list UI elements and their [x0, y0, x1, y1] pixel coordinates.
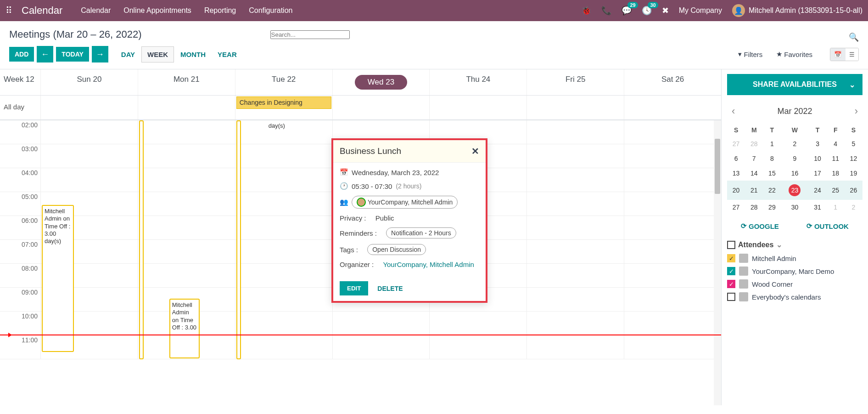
minical-day[interactable]: 4: [827, 136, 845, 151]
attendees-checkbox[interactable]: [727, 241, 735, 249]
sync-google[interactable]: ⟳GOOGLE: [741, 222, 779, 230]
allday-cell[interactable]: [624, 96, 721, 119]
search-input[interactable]: [270, 30, 350, 39]
minical-day[interactable]: 12: [845, 151, 862, 166]
menu-reporting[interactable]: Reporting: [204, 6, 236, 15]
add-button[interactable]: ADD: [9, 47, 34, 62]
allday-cell[interactable]: [138, 96, 235, 119]
view-year[interactable]: YEAR: [212, 46, 242, 62]
app-brand[interactable]: Calendar: [22, 5, 62, 17]
menu-configuration[interactable]: Configuration: [249, 6, 292, 15]
today-button[interactable]: TODAY: [56, 47, 89, 62]
organizer-link[interactable]: YourCompany, Mitchell Admin: [383, 261, 474, 268]
minical-day[interactable]: 17: [808, 166, 826, 181]
company-switcher[interactable]: My Company: [679, 6, 722, 15]
attendee-row[interactable]: ✓Mitchell Admin: [727, 254, 862, 263]
attendee-checkbox[interactable]: [727, 293, 735, 301]
tag-chip[interactable]: Open Discussion: [367, 244, 426, 255]
sync-outlook[interactable]: ⟳OUTLOOK: [806, 222, 849, 230]
day-column[interactable]: [624, 120, 721, 359]
minical-day[interactable]: 22: [763, 181, 781, 200]
minical-day[interactable]: 31: [808, 200, 826, 215]
calendar-event[interactable]: [139, 120, 144, 359]
minical-day[interactable]: 27: [727, 136, 745, 151]
day-header-fri[interactable]: Fri 25: [526, 69, 624, 95]
minical-day[interactable]: 24: [808, 181, 826, 200]
minical-day[interactable]: 30: [781, 200, 808, 215]
view-day[interactable]: DAY: [116, 46, 140, 62]
day-column[interactable]: Mitchell Admin on Time Off : 3.00: [138, 120, 235, 359]
filters-button[interactable]: ▾Filters: [733, 47, 768, 61]
view-week[interactable]: WEEK: [141, 46, 174, 62]
prev-button[interactable]: ←: [37, 46, 53, 62]
attendee-chip[interactable]: YourCompany, Mitchell Admin: [352, 196, 458, 209]
close-icon[interactable]: ✕: [471, 146, 479, 157]
minical-day[interactable]: 18: [827, 166, 845, 181]
minical-day[interactable]: 5: [845, 136, 862, 151]
minical-day[interactable]: 14: [745, 166, 763, 181]
menu-calendar[interactable]: Calendar: [81, 6, 111, 15]
day-header-wed[interactable]: Wed 23: [332, 69, 430, 95]
day-column[interactable]: Mitchell Admin on Time Off : 3.00 day(s): [40, 120, 138, 359]
attendee-checkbox[interactable]: ✓: [727, 254, 735, 262]
minical-day[interactable]: 16: [781, 166, 808, 181]
minical-day[interactable]: 26: [845, 181, 862, 200]
favorites-button[interactable]: ★Favorites: [771, 47, 818, 61]
allday-event[interactable]: Changes in Designing: [236, 96, 331, 109]
minical-day[interactable]: 28: [745, 200, 763, 215]
minical-day[interactable]: 2: [845, 200, 862, 215]
calendar-event[interactable]: Mitchell Admin on Time Off : 3.00 day(s): [42, 205, 74, 352]
menu-online-appointments[interactable]: Online Appointments: [123, 6, 191, 15]
minical-day[interactable]: 8: [763, 151, 781, 166]
allday-cell[interactable]: [332, 96, 430, 119]
attendee-row[interactable]: ✓Wood Corner: [727, 279, 862, 289]
minical-day[interactable]: 2: [781, 136, 808, 151]
user-menu[interactable]: 👤 Mitchell Admin (13853091-15-0-all): [732, 4, 862, 17]
attendee-row[interactable]: ✓YourCompany, Marc Demo: [727, 267, 862, 276]
apps-icon[interactable]: ⠿: [6, 5, 12, 16]
minical-day[interactable]: 27: [727, 200, 745, 215]
phone-icon[interactable]: 📞: [601, 6, 611, 16]
allday-cell[interactable]: [40, 96, 138, 119]
calendar-event[interactable]: day(s): [267, 120, 294, 131]
messages-icon[interactable]: 💬29: [622, 6, 632, 16]
day-header-sun[interactable]: Sun 20: [40, 69, 138, 95]
reminder-chip[interactable]: Notification - 2 Hours: [386, 227, 456, 238]
minical-day[interactable]: 25: [827, 181, 845, 200]
minical-day[interactable]: 29: [763, 200, 781, 215]
next-button[interactable]: →: [92, 46, 108, 62]
minical-day[interactable]: 21: [745, 181, 763, 200]
minical-day[interactable]: 13: [727, 166, 745, 181]
minical-day[interactable]: 1: [827, 200, 845, 215]
attendee-checkbox[interactable]: ✓: [727, 280, 735, 288]
minical-day[interactable]: 28: [745, 136, 763, 151]
list-view-icon[interactable]: ☰: [846, 48, 858, 61]
minical-day[interactable]: 15: [763, 166, 781, 181]
minical-day[interactable]: 9: [781, 151, 808, 166]
delete-button[interactable]: DELETE: [377, 285, 403, 292]
bug-icon[interactable]: 🐞: [581, 6, 591, 16]
search-icon[interactable]: 🔍: [849, 32, 859, 42]
calendar-event[interactable]: Mitchell Admin on Time Off : 3.00: [169, 299, 200, 358]
view-month[interactable]: MONTH: [175, 46, 211, 62]
calendar-view-icon[interactable]: 📅: [830, 48, 846, 61]
minical-day[interactable]: 20: [727, 181, 745, 200]
minical-prev[interactable]: ‹: [732, 105, 735, 117]
day-header-tue[interactable]: Tue 22: [235, 69, 332, 95]
activities-icon[interactable]: 🕓30: [642, 6, 652, 16]
day-header-mon[interactable]: Mon 21: [138, 69, 235, 95]
minical-day[interactable]: 7: [745, 151, 763, 166]
minical-day[interactable]: 23: [781, 181, 808, 200]
scrollbar[interactable]: [714, 120, 721, 405]
calendar-event[interactable]: [236, 120, 241, 359]
minical-day[interactable]: 1: [763, 136, 781, 151]
tools-icon[interactable]: ✖: [662, 6, 669, 16]
chevron-down-icon[interactable]: ⌄: [776, 240, 782, 249]
minical-day[interactable]: 19: [845, 166, 862, 181]
minical-day[interactable]: 11: [827, 151, 845, 166]
minical-day[interactable]: 6: [727, 151, 745, 166]
day-column[interactable]: [526, 120, 624, 359]
allday-cell[interactable]: [429, 96, 526, 119]
minical-day[interactable]: 10: [808, 151, 826, 166]
day-column[interactable]: day(s): [235, 120, 332, 359]
